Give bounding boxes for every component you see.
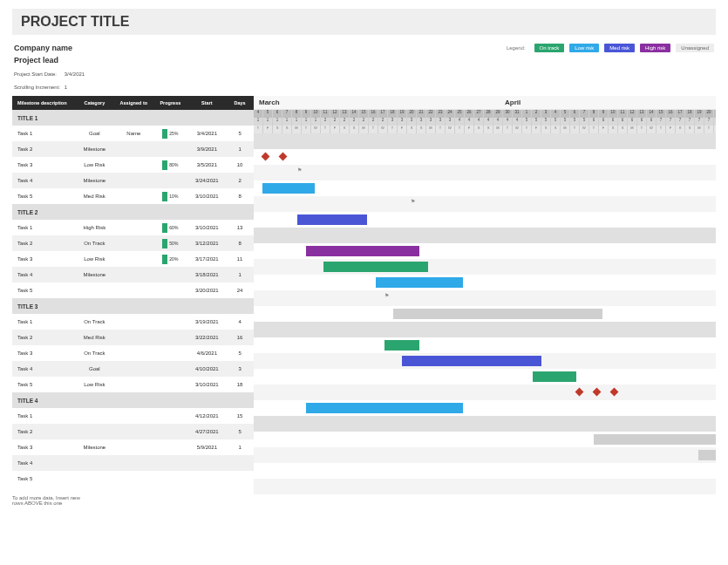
gantt-chart: March April 4567891011121314151617181920… — [254, 96, 716, 510]
table-row[interactable]: Task 1 Goal Name 25% 3/4/2021 5 — [12, 126, 254, 141]
milestone-diamond[interactable] — [593, 388, 602, 397]
table-row[interactable]: Task 3 On Track 4/6/2021 5 — [12, 345, 254, 361]
gantt-bar[interactable] — [402, 356, 541, 366]
table-row[interactable]: Task 4 Milestone 3/18/2021 1 — [12, 267, 254, 282]
gantt-bar[interactable] — [384, 340, 419, 351]
col-category: Category — [74, 96, 114, 110]
table-row[interactable]: Task 2 Milestone 3/9/2021 1 — [12, 141, 254, 157]
gantt-bar[interactable] — [306, 246, 419, 256]
gantt-row — [254, 369, 716, 385]
milestone-diamond[interactable] — [610, 388, 619, 397]
gantt-row — [254, 180, 716, 196]
gantt-row — [254, 212, 716, 228]
day-scale: 4567891011121314151617181920212223242526… — [254, 110, 716, 118]
page-title: PROJECT TITLE — [12, 9, 716, 35]
week-scale: 1111111222222233333334444444555555566666… — [254, 118, 716, 126]
start-date-label: Project Start Date: — [14, 71, 62, 77]
gantt-bar[interactable] — [594, 434, 716, 445]
gantt-row — [254, 432, 716, 447]
milestone-diamond[interactable] — [262, 153, 270, 161]
table-row[interactable]: Task 1 On Track 3/19/2021 4 — [12, 314, 254, 330]
gantt-row — [254, 243, 716, 259]
table-row[interactable]: Task 2 4/27/2021 5 — [12, 424, 254, 439]
gantt-row — [254, 353, 716, 369]
month-april: April — [500, 96, 526, 109]
scroll-label: Scrolling Increment: — [14, 85, 62, 90]
gantt-row — [254, 385, 716, 400]
gantt-row — [254, 400, 716, 416]
milestone-diamond[interactable] — [575, 388, 584, 397]
gantt-bar[interactable] — [698, 450, 716, 460]
legend-lowrisk: Low risk — [569, 44, 599, 52]
table-row[interactable]: Task 3 Low Risk 20% 3/17/2021 11 — [12, 251, 254, 267]
table-row[interactable]: Task 2 On Track 50% 3/12/2021 8 — [12, 235, 254, 251]
table-row[interactable]: Task 1 High Risk 60% 3/10/2021 13 — [12, 220, 254, 235]
gantt-row: ⚑ — [254, 165, 716, 180]
gantt-row — [254, 463, 716, 479]
gantt-row — [254, 259, 716, 275]
gantt-row: ⚑ — [254, 196, 716, 212]
legend-highrisk: High risk — [640, 44, 670, 52]
month-header: March April — [254, 96, 716, 110]
gantt-bar[interactable] — [306, 403, 463, 413]
gantt-row — [254, 275, 716, 290]
gantt-bar[interactable] — [323, 262, 428, 272]
month-march: March — [254, 96, 500, 109]
gantt-row — [254, 149, 716, 165]
gantt-section-row — [254, 228, 716, 243]
legend-label: Legend: — [507, 45, 526, 51]
gantt-section-row — [254, 133, 716, 149]
scroll-value: 1 — [65, 85, 67, 90]
legend: Legend: On track Low risk Med risk High … — [507, 44, 714, 52]
col-start: Start — [188, 96, 227, 110]
footnote: To add more data, Insert new rows ABOVE … — [12, 495, 254, 506]
section-row: TITLE 2 — [12, 204, 254, 220]
table-row[interactable]: Task 5 Low Risk 3/10/2021 18 — [12, 377, 254, 392]
table-row[interactable]: Task 2 Med Risk 3/22/2021 16 — [12, 330, 254, 345]
table-row[interactable]: Task 3 Low Risk 80% 3/5/2021 10 — [12, 157, 254, 173]
legend-unassigned: Unassigned — [676, 44, 714, 52]
gantt-section-row — [254, 416, 716, 432]
gantt-row — [254, 306, 716, 322]
dow-scale: TFSSMTWTFSSMTWTFSSMTWTFSSMTWTFSSMTWTFSSM… — [254, 126, 716, 133]
gantt-bar[interactable] — [262, 183, 315, 194]
col-progress: Progress — [153, 96, 187, 110]
gantt-bar[interactable] — [376, 277, 463, 288]
col-assigned: Assigned to — [114, 96, 153, 110]
table-row[interactable]: Task 5 — [12, 471, 254, 487]
table-row[interactable]: Task 1 4/12/2021 15 — [12, 408, 254, 424]
company-name: Company name — [14, 44, 136, 52]
section-row: TITLE 3 — [12, 298, 254, 314]
gantt-row: ⚑ — [254, 290, 716, 306]
section-row: TITLE 1 — [12, 110, 254, 126]
task-table: Milestone description Category Assigned … — [12, 96, 254, 506]
gantt-row — [254, 479, 716, 494]
table-row[interactable]: Task 4 — [12, 455, 254, 471]
milestone-flag: ⚑ — [411, 198, 415, 204]
col-description: Milestone description — [12, 96, 74, 110]
col-days: Days — [226, 96, 254, 110]
milestone-flag: ⚑ — [297, 167, 302, 173]
milestone-flag: ⚑ — [384, 292, 389, 298]
table-row[interactable]: Task 5 Med Risk 10% 3/10/2021 8 — [12, 188, 254, 204]
gantt-row — [254, 494, 716, 510]
gantt-row — [254, 447, 716, 463]
gantt-bar[interactable] — [297, 214, 367, 225]
legend-ontrack: On track — [534, 44, 565, 52]
gantt-bar[interactable] — [533, 371, 576, 382]
table-header: Milestone description Category Assigned … — [12, 96, 254, 110]
table-row[interactable]: Task 5 3/20/2021 24 — [12, 282, 254, 298]
table-row[interactable]: Task 4 Milestone 3/24/2021 2 — [12, 173, 254, 188]
milestone-diamond[interactable] — [279, 153, 288, 161]
table-row[interactable]: Task 4 Goal 4/10/2021 3 — [12, 361, 254, 377]
table-row[interactable]: Task 3 Milestone 5/9/2021 1 — [12, 439, 254, 455]
start-date-value: 3/4/2021 — [65, 71, 85, 77]
section-row: TITLE 4 — [12, 392, 254, 408]
gantt-bar[interactable] — [393, 309, 602, 319]
legend-medrisk: Med risk — [604, 44, 635, 52]
gantt-section-row — [254, 322, 716, 337]
gantt-row — [254, 337, 716, 353]
project-lead: Project lead — [14, 56, 136, 65]
